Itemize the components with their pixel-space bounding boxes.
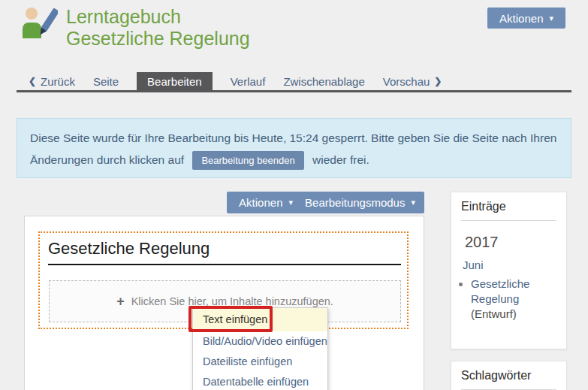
menu-item-dateiliste-einfuegen[interactable]: Dateiliste einfügen [193,352,327,372]
tab-zwischenablage[interactable]: Zwischenablage [283,75,364,88]
add-content-label: Klicken Sie hier, um Inhalte hinzuzufüge… [131,295,333,307]
menu-item-label: Bild/Audio/Video einfügen [203,335,327,347]
tab-seite[interactable]: Seite [93,75,119,88]
menu-item-label: Dateiliste einfügen [203,355,292,367]
editor-actions-label: Aktionen [239,196,282,209]
page-subtitle: Gesetzliche Regelung [66,28,250,50]
chevron-right-icon: ❯ [434,76,442,86]
caret-down-icon: ▾ [549,14,553,23]
content-page-title: Gesetzliche Regelung [48,239,401,265]
header-actions-label: Aktionen [499,12,543,25]
entries-panel-title: Einträge [451,192,566,220]
keywords-panel: Schlagwörter [451,361,567,390]
tab-vorschau[interactable]: Vorschau ❯ [383,75,442,88]
keywords-panel-title: Schlagwörter [451,361,566,389]
page-title: Lerntagebuch [66,6,250,28]
person-pencil-icon [22,7,58,38]
tab-bearbeiten[interactable]: Bearbeiten [137,72,213,90]
entries-month-link[interactable]: Juni [463,258,566,271]
tab-verlauf[interactable]: Verlauf [231,75,266,88]
entries-panel: Einträge 2017 Juni Gesetzliche Regelung … [451,192,567,349]
caret-down-icon: ▾ [411,198,415,207]
menu-item-label: Datentabelle einfügen [203,376,309,388]
insert-content-menu: Text einfügen Bild/Audio/Video einfügen … [192,307,328,390]
entry-list-item: Gesetzliche Regelung (Entwurf) [471,277,566,322]
panel-separator [461,220,556,221]
caret-down-icon: ▾ [288,198,293,207]
menu-item-bild-audio-video-einfuegen[interactable]: Bild/Audio/Video einfügen [193,331,327,352]
tab-vorschau-label: Vorschau [383,75,430,88]
menu-item-label: Text einfügen [203,313,267,325]
tab-bar: ❮ Zurück Seite Bearbeiten Verlauf Zwisch… [17,72,571,92]
entry-status: (Entwurf) [471,307,517,320]
header-actions-button[interactable]: Aktionen ▾ [487,8,565,29]
editor-actions-button[interactable]: Aktionen ▾ [227,192,305,213]
entries-list: Gesetzliche Regelung (Entwurf) [451,277,566,322]
chevron-left-icon: ❮ [29,76,36,86]
entries-year: 2017 [465,234,566,251]
edit-mode-label: Bearbeitungsmodus [305,196,405,209]
finish-editing-button[interactable]: Bearbeitung beenden [192,151,303,170]
menu-item-text-einfuegen[interactable]: Text einfügen [193,308,327,331]
edit-mode-button[interactable]: Bearbeitungsmodus ▾ [296,192,424,213]
page-header: Lerntagebuch Gesetzliche Regelung [66,6,250,50]
entry-link[interactable]: Gesetzliche Regelung [471,277,529,305]
tab-back[interactable]: ❮ Zurück [29,75,75,88]
learning-journal-icon [22,7,58,38]
lock-info-message: Diese Seite wurde für Ihre Bearbeitung b… [17,118,571,178]
plus-icon: + [116,294,125,310]
menu-item-datentabelle-einfuegen[interactable]: Datentabelle einfügen [193,372,327,390]
lock-info-text-after: wieder frei. [312,153,369,166]
tab-back-label: Zurück [41,75,75,88]
